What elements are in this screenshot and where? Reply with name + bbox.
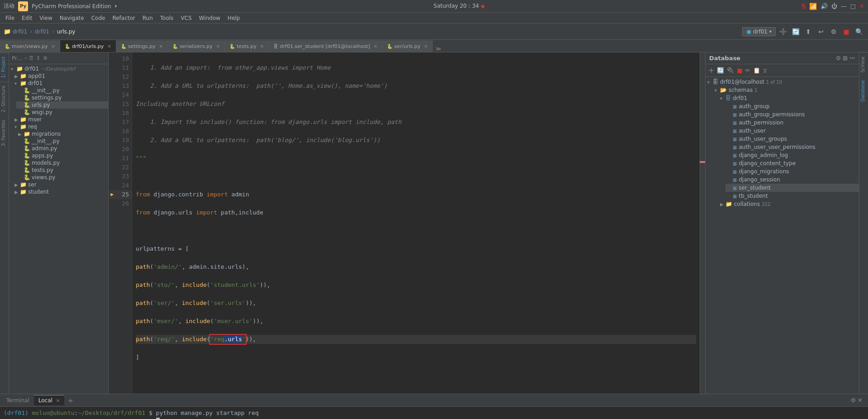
tab-settings[interactable]: 🐍 settings.py ✕ [116,40,168,52]
tree-item-init1[interactable]: 🐍 __init__.py [16,87,108,94]
code-content-area[interactable]: 1. Add an import: from other_app.views i… [132,52,700,394]
menu-edit[interactable]: Edit [18,14,36,22]
tree-item-admin[interactable]: 🐍 admin.py [16,145,108,152]
db-btn-edit[interactable]: ✏ [744,66,751,75]
tab-close-settings[interactable]: ✕ [159,44,163,49]
project-toolbar-btn1[interactable]: Pr… [11,54,24,62]
volume-icon[interactable]: 🔊 [820,3,828,10]
tree-item-init2[interactable]: 🐍 __init__.py [16,138,108,145]
db-item-auth-user-user-perm[interactable]: ▦ auth_user_user_permissions [725,143,859,151]
window-minimize[interactable]: — [841,3,847,10]
tree-item-settings[interactable]: 🐍 settings.py [16,94,108,101]
tab-urls[interactable]: 🐍 drf01/urls.py ✕ [60,40,116,52]
db-item-auth-group[interactable]: ▦ auth_group [725,102,859,110]
tab-overflow[interactable]: ≫ [433,46,444,52]
left-vtab-project[interactable]: 1: Project [0,52,9,81]
network-icon[interactable]: 📶 [809,3,817,10]
menu-tools[interactable]: Tools [157,14,177,22]
tab-mser-views[interactable]: 🐍 mser/views.py ✕ [0,40,60,52]
menu-run[interactable]: Run [139,14,157,22]
db-item-auth-group-perm[interactable]: ▦ auth_group_permissions [725,110,859,119]
breadcrumb-middle[interactable]: drf01 [35,29,49,35]
left-vtab-structure[interactable]: 2: Structure [0,81,9,116]
menu-refactor[interactable]: Refactor [109,14,138,22]
tab-db-student[interactable]: 🗄 drf01.ser_student [drf01@localhost] ✕ [269,40,382,52]
tab-serializers[interactable]: 🐍 serializers.py ✕ [168,40,225,52]
tree-item-app01[interactable]: ▶ 📁 app01 [13,72,108,80]
left-vtab-favorites[interactable]: 3: Favorites [0,116,9,150]
breadcrumb-file[interactable]: urls.py [57,29,76,35]
toolbar-btn-git[interactable]: ⬆ [803,26,814,37]
db-btn-refresh2[interactable]: 🔄 [716,66,725,75]
tree-item-urls[interactable]: 🐍 urls.py [16,101,108,109]
toolbar-btn-undo[interactable]: ↩ [816,26,826,37]
tab-close-urls[interactable]: ✕ [107,44,111,49]
menu-window[interactable]: Window [196,14,224,22]
term-tab-terminal[interactable]: Terminal [2,395,34,405]
project-toolbar-btn3[interactable]: ↕ [35,54,41,62]
db-item-django-admin-log[interactable]: ▦ django_admin_log [725,151,859,159]
tree-item-req[interactable]: ▾ 📁 req [13,123,108,130]
tab-ser-urls[interactable]: 🐍 ser/urls.py ✕ [382,40,433,52]
tree-item-wsgi[interactable]: 🐍 wsgi.py [16,109,108,116]
menu-navigate[interactable]: Navigate [56,14,88,22]
tree-item-tests[interactable]: 🐍 tests.py [16,167,108,174]
project-toolbar-btn4[interactable]: ⚙ [42,54,48,62]
db-item-schemas[interactable]: ▾ 📂 schemas 1 [713,86,859,94]
db-item-auth-user-groups[interactable]: ▦ auth_user_groups [725,135,859,143]
toolbar-btn-add[interactable]: ➕ [777,26,788,37]
menu-help[interactable]: Help [224,14,243,22]
tab-close-tests[interactable]: ✕ [260,44,264,49]
db-btn-settings[interactable]: ⚙ [835,55,841,62]
tab-close-ser[interactable]: ✕ [424,44,428,49]
db-btn-layout[interactable]: ⊞ [843,55,848,62]
tab-close-serializers[interactable]: ✕ [216,44,220,49]
activities-label[interactable]: 活动 [4,2,14,10]
term-close-btn[interactable]: ✕ [858,397,863,404]
db-btn-schema[interactable]: 📋 [752,66,761,75]
project-tree[interactable]: ▾ 📁 drf01 ~/Desktop/drf ▶ 📁 app01 ▾ 📁 dr… [9,64,108,394]
db-item-django-content-type[interactable]: ▦ django_content_type [725,159,859,167]
db-item-root[interactable]: ▾ 🗄 drf01@localhost 1 of 10 [706,78,859,86]
tab-tests[interactable]: 🐍 tests.py ✕ [225,40,269,52]
db-vtab-scview[interactable]: ScView [859,52,868,76]
window-close[interactable]: ✕ [859,3,864,10]
db-vtab-database[interactable]: Database [859,76,868,105]
window-maximize[interactable]: □ [850,3,856,10]
breadcrumb-root[interactable]: drf01 [13,29,27,35]
project-toolbar-btn2[interactable]: ☰ [28,54,34,62]
tree-item-apps[interactable]: 🐍 apps.py [16,152,108,159]
db-item-collations[interactable]: ▶ 📁 collations 222 [718,200,859,208]
term-settings-btn[interactable]: ⚙ [850,397,856,404]
terminal-content[interactable]: (drf01) moluo@ubuntu:~/Desktop/drf/drf01… [0,407,868,419]
sogou-icon[interactable]: S [801,2,806,10]
toolbar-btn-refresh[interactable]: 🔄 [790,26,801,37]
project-selector-btn[interactable]: ● drf01 ▾ [742,27,776,36]
db-btn-add[interactable]: + [707,65,715,76]
power-icon[interactable]: ⏻ [831,3,837,10]
toolbar-btn-stop[interactable]: ■ [841,26,852,37]
db-item-ser-student[interactable]: ▦ ser_student [725,184,859,192]
tree-item-drf01-sub[interactable]: ▾ 📁 drf01 [13,80,108,87]
right-scroll-bar[interactable] [700,52,705,394]
tab-close-mser[interactable]: ✕ [52,44,55,49]
db-btn-stop2[interactable]: ■ [736,66,743,75]
tree-item-migrations[interactable]: ▶ 📁 migrations [16,130,108,138]
db-item-tb-student[interactable]: ▦ tb_student [725,192,859,200]
toolbar-btn-search[interactable]: 🔍 [854,26,864,37]
tab-close-db[interactable]: ✕ [374,44,377,49]
db-btn-filter[interactable]: ⧖ [762,66,768,75]
db-item-django-migrations[interactable]: ▦ django_migrations [725,167,859,176]
tree-item-student[interactable]: ▶ 📁 student [13,188,108,195]
tree-item-models[interactable]: 🐍 models.py [16,159,108,167]
tree-item-ser[interactable]: ▶ 📁 ser [13,181,108,188]
term-tab-close-local[interactable]: ✕ [56,398,60,403]
toolbar-btn-settings[interactable]: ⚙ [828,26,839,37]
db-tree[interactable]: ▾ 🗄 drf01@localhost 1 of 10 ▾ 📂 schemas … [706,77,859,394]
tree-item-root[interactable]: ▾ 📁 drf01 ~/Desktop/drf [9,65,108,72]
dropdown-arrow[interactable]: ▾ [114,4,117,9]
tree-item-mser[interactable]: ▶ 📁 mser [13,116,108,123]
term-tab-add[interactable]: + [64,395,77,406]
menu-file[interactable]: File [2,14,18,22]
db-item-django-session[interactable]: ▦ django_session [725,176,859,184]
